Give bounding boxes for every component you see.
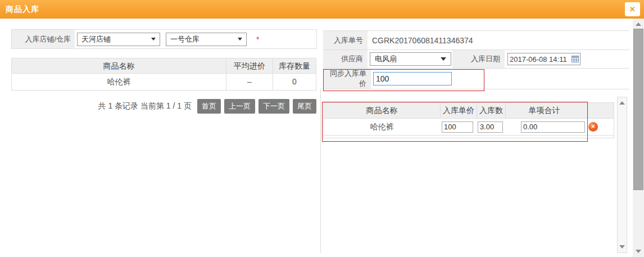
next-page-button[interactable]: 下一页 bbox=[258, 99, 289, 114]
window-scrollbar[interactable] bbox=[633, 19, 644, 257]
unit-price-cell bbox=[440, 121, 477, 133]
pagination: 共 1 条记录 当前第 1 / 1 页 首页 上一页 下一页 尾页 bbox=[11, 99, 316, 114]
order-no-row: 入库单号 CGRK201706081411346374 bbox=[323, 31, 629, 50]
scroll-up-button[interactable] bbox=[633, 20, 644, 29]
arrow-up-icon bbox=[636, 22, 641, 26]
delete-item-button[interactable]: ✕ bbox=[588, 122, 598, 132]
scrollbar-thumb[interactable] bbox=[633, 29, 643, 190]
dialog-title: 商品入库 bbox=[6, 0, 39, 18]
pagination-summary: 共 1 条记录 当前第 1 / 1 页 bbox=[98, 101, 192, 111]
scroll-up-button[interactable] bbox=[618, 98, 627, 107]
supplier-cell: 电风扇 bbox=[368, 52, 452, 66]
scroll-down-button[interactable] bbox=[633, 247, 644, 256]
supplier-date-row: 供应商 电风扇 入库日期 2017-06-08 14:11 bbox=[323, 50, 629, 69]
stock-date-cell: 2017-06-08 14:11 bbox=[505, 53, 629, 65]
chevron-down-icon bbox=[151, 38, 156, 40]
store-select[interactable]: 天河店铺 bbox=[77, 33, 160, 46]
order-no-label: 入库单号 bbox=[323, 31, 368, 49]
stock-date-input[interactable]: 2017-06-08 14:11 bbox=[507, 53, 580, 65]
unit-price-input[interactable] bbox=[442, 121, 473, 133]
delete-icon: ✕ bbox=[591, 124, 596, 129]
warehouse-select-value: 一号仓库 bbox=[170, 34, 199, 44]
subtotal-input[interactable] bbox=[521, 121, 585, 133]
products-table: 商品名称 平均进价 库存数量 哈伦裤 – 0 bbox=[11, 58, 316, 91]
arrow-up-icon bbox=[619, 101, 625, 105]
column-header-product-name: 商品名称 bbox=[324, 103, 440, 118]
supplier-select-value: 电风扇 bbox=[375, 54, 397, 64]
table-row[interactable]: 哈伦裤 – 0 bbox=[11, 74, 316, 91]
supplier-label: 供应商 bbox=[323, 50, 368, 68]
qty-input[interactable] bbox=[478, 121, 503, 133]
items-table-footer bbox=[323, 136, 614, 138]
column-header-avg-price: 平均进价 bbox=[226, 58, 273, 73]
store-select-value: 天河店铺 bbox=[81, 34, 111, 44]
calendar-icon[interactable] bbox=[572, 56, 579, 62]
panel-scrollbar[interactable] bbox=[617, 97, 627, 253]
stock-in-items-table: 商品名称 入库单价 入库数量 单项合计 哈伦裤 ✕ bbox=[323, 102, 614, 138]
column-header-product-name: 商品名称 bbox=[12, 58, 226, 73]
chevron-down-icon bbox=[441, 57, 446, 61]
product-name-cell: 哈伦裤 bbox=[12, 74, 226, 90]
qty-cell bbox=[477, 121, 505, 133]
sync-price-input[interactable] bbox=[373, 72, 452, 85]
store-warehouse-controls: 天河店铺 一号仓库 * bbox=[75, 30, 259, 48]
first-page-button[interactable]: 首页 bbox=[197, 99, 221, 114]
item-name-cell: 哈伦裤 bbox=[324, 122, 440, 132]
stock-date-value: 2017-06-08 14:11 bbox=[510, 55, 572, 64]
stock-in-info: 入库单号 CGRK201706081411346374 供应商 电风扇 入库日期… bbox=[323, 30, 629, 89]
titlebar: 商品入库 ✕ bbox=[0, 0, 644, 19]
scroll-down-button[interactable] bbox=[618, 242, 627, 251]
column-header-stock-qty: 库存数量 bbox=[273, 58, 316, 73]
stock-date-label: 入库日期 bbox=[452, 50, 505, 68]
close-icon: ✕ bbox=[629, 5, 636, 13]
panel-divider bbox=[320, 88, 321, 253]
required-mark: * bbox=[256, 31, 259, 48]
store-warehouse-label: 入库店铺/仓库 bbox=[12, 30, 75, 48]
table-row: 哈伦裤 ✕ bbox=[323, 119, 614, 136]
arrow-down-icon bbox=[636, 250, 641, 253]
prev-page-button[interactable]: 上一页 bbox=[224, 99, 255, 114]
items-table-header: 商品名称 入库单价 入库数量 单项合计 bbox=[323, 102, 614, 119]
warehouse-select[interactable]: 一号仓库 bbox=[166, 33, 247, 46]
column-header-unit-price: 入库单价 bbox=[440, 103, 477, 118]
order-no-value: CGRK201706081411346374 bbox=[368, 36, 473, 45]
chevron-down-icon bbox=[238, 38, 242, 40]
column-header-subtotal: 单项合计 bbox=[505, 103, 614, 118]
supplier-select[interactable]: 电风扇 bbox=[370, 52, 451, 66]
close-button[interactable]: ✕ bbox=[625, 2, 640, 16]
products-table-header: 商品名称 平均进价 库存数量 bbox=[11, 58, 316, 74]
last-page-button[interactable]: 尾页 bbox=[293, 99, 316, 114]
sync-price-label: 同步入库单价 bbox=[323, 69, 371, 89]
store-warehouse-row: 入库店铺/仓库 天河店铺 一号仓库 * bbox=[11, 29, 317, 49]
stock-qty-cell: 0 bbox=[273, 74, 316, 90]
stock-in-dialog: 商品入库 ✕ 入库店铺/仓库 天河店铺 一号仓库 * 商品名称 平均进价 库存数… bbox=[0, 0, 644, 257]
subtotal-cell: ✕ bbox=[505, 121, 614, 133]
avg-price-cell: – bbox=[226, 74, 273, 90]
arrow-down-icon bbox=[619, 245, 625, 249]
sync-price-row: 同步入库单价 bbox=[323, 69, 629, 89]
column-header-qty: 入库数量 bbox=[477, 103, 505, 118]
